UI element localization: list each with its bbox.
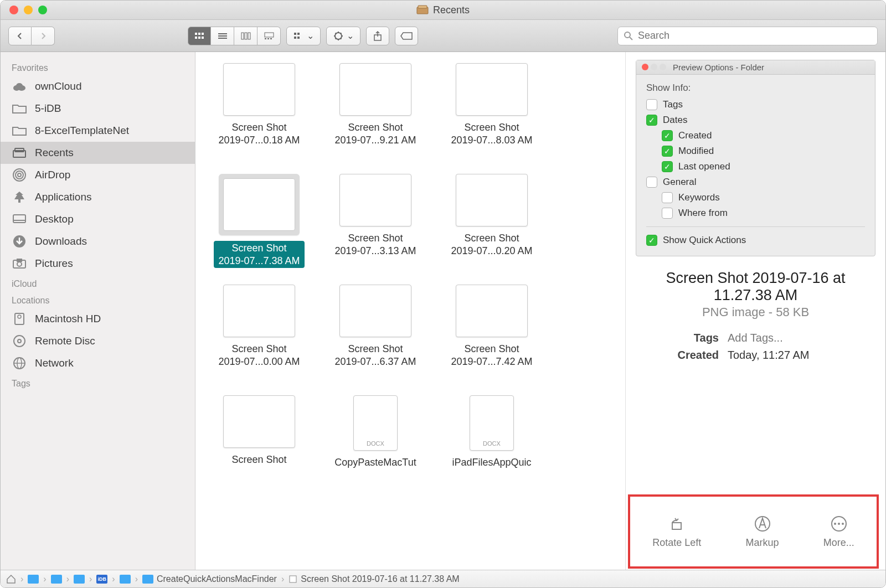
checkbox-keywords[interactable]: Keywords [646,190,865,205]
checkbox-where-from[interactable]: Where from [646,205,865,221]
toolbar: ⌄ ⌄ [1,20,885,52]
add-tags-field[interactable]: Add Tags... [728,332,783,344]
sidebar-item-8-exceltemplatenet[interactable]: 8-ExcelTemplateNet [1,120,195,142]
file-name: Screen Shot [231,453,286,466]
preview-options-titlebar: Preview Options - Folder [636,60,875,75]
desktop-icon [12,213,27,226]
checkbox-modified[interactable]: ✓Modified [646,143,865,159]
path-folder-named[interactable]: CreateQuickActionsMacFinder [142,574,277,584]
svg-rect-1 [418,6,427,8]
nav-group [8,27,55,45]
checkbox-tags[interactable]: Tags [646,97,865,112]
file-item[interactable]: Screen Shot2019-07...3.13 AM [317,174,434,285]
svg-rect-7 [202,37,204,39]
checkbox-show-quick-actions[interactable]: ✓Show Quick Actions [646,233,865,248]
back-button[interactable] [8,27,32,45]
quick-action-more[interactable]: More... [823,515,854,549]
quick-action-markup[interactable]: Markup [746,515,779,549]
group-by-button[interactable]: ⌄ [286,27,321,45]
file-item[interactable]: Screen Shot2019-07...7.38 AM [201,174,317,285]
checkbox-created[interactable]: ✓Created [646,128,865,143]
show-info-label: Show Info: [646,82,865,94]
sidebar-item-pictures[interactable]: Pictures [1,252,195,275]
path-idb[interactable]: iDB [96,575,107,584]
svg-point-42 [14,336,25,347]
path-folder[interactable] [120,575,131,584]
cloud-icon [12,80,27,93]
file-thumbnail [223,63,295,116]
sidebar-item-network[interactable]: Network [1,352,195,374]
path-folder[interactable] [74,575,85,584]
sidebar-item-owncloud[interactable]: ownCloud [1,75,195,97]
share-button[interactable] [366,27,389,45]
svg-point-49 [834,523,836,525]
file-item[interactable]: Screen Shot2019-07...0.20 AM [434,174,550,285]
sidebar-item-downloads[interactable]: Downloads [1,230,195,252]
action-menu-button[interactable]: ⌄ [326,27,360,45]
sidebar-header-locations: Locations [1,291,195,308]
path-folder[interactable] [51,575,62,584]
path-bar: › › › › iDB› › CreateQuickActionsMacFind… [1,570,885,587]
checkbox-last-opened[interactable]: ✓Last opened [646,159,865,174]
recents-title-icon [416,5,429,15]
sidebar-item-airdrop[interactable]: AirDrop [1,164,195,186]
close-icon[interactable] [642,64,648,70]
file-item[interactable]: Screen Shot2019-07...7.42 AM [434,285,550,395]
path-home[interactable] [6,574,16,584]
column-view-button[interactable] [234,27,257,45]
file-item[interactable]: Screen Shot2019-07...8.03 AM [434,63,550,174]
sidebar-header-tags: Tags [1,374,195,391]
main: Favorites ownCloud 5-iDB 8-ExcelTemplate… [1,52,885,570]
sidebar-item-macintosh-hd[interactable]: Macintosh HD [1,308,195,330]
sidebar-item-5-idb[interactable]: 5-iDB [1,97,195,120]
network-icon [12,357,27,370]
sidebar-item-recents[interactable]: Recents [1,142,195,164]
file-name: iPadFilesAppQuic [452,456,531,469]
sidebar-item-remote-disc[interactable]: Remote Disc [1,330,195,352]
file-item[interactable]: Screen Shot2019-07...6.37 AM [317,285,434,395]
file-item[interactable]: Screen Shot2019-07...0.18 AM [201,63,317,174]
created-label: Created [636,349,719,362]
quick-action-rotate-left[interactable]: Rotate Left [652,515,701,549]
file-item[interactable]: Screen Shot2019-07...9.21 AM [317,63,434,174]
airdrop-icon [12,168,27,182]
close-window-button[interactable] [9,6,18,14]
file-grid[interactable]: Screen Shot2019-07...0.18 AMScreen Shot2… [195,52,625,570]
pictures-icon [12,257,27,270]
markup-icon [754,515,771,533]
more-icon [830,515,848,533]
file-thumbnail [339,174,411,226]
svg-point-32 [16,171,23,179]
rotate-left-icon [668,515,686,533]
svg-rect-2 [195,33,197,35]
path-current-file[interactable]: Screen Shot 2019-07-16 at 11.27.38 AM [289,574,459,584]
gallery-view-button[interactable] [257,27,281,45]
forward-button[interactable] [32,27,55,45]
recents-icon [12,146,27,159]
checkbox-general[interactable]: General [646,174,865,190]
path-folder[interactable] [28,575,39,584]
file-name: Screen Shot2019-07...0.00 AM [218,343,300,368]
file-thumbnail [456,285,528,337]
minimize-window-button[interactable] [24,6,33,14]
icon-view-button[interactable] [188,27,211,45]
file-name: Screen Shot2019-07...0.18 AM [218,121,300,146]
downloads-icon [12,235,27,248]
file-item[interactable]: CopyPasteMacTut [317,395,434,506]
tags-button[interactable] [395,27,418,45]
sidebar-item-desktop[interactable]: Desktop [1,208,195,230]
checkbox-dates[interactable]: ✓Dates [646,112,865,128]
preview-pane: Preview Options - Folder Show Info: Tags… [625,52,885,570]
file-item[interactable]: Screen Shot2019-07...0.00 AM [201,285,317,395]
file-item[interactable]: iPadFilesAppQuic [434,395,550,506]
sidebar-item-applications[interactable]: Applications [1,186,195,208]
file-name: Screen Shot2019-07...7.38 AM [214,241,304,268]
window-title-text: Recents [433,4,470,16]
search-input[interactable] [638,30,872,42]
file-name: Screen Shot2019-07...3.13 AM [334,232,416,257]
search-field[interactable] [617,27,878,45]
zoom-window-button[interactable] [38,6,47,14]
file-item[interactable]: Screen Shot [201,395,317,506]
list-view-button[interactable] [211,27,234,45]
preview-options-title: Preview Options - Folder [673,63,764,72]
